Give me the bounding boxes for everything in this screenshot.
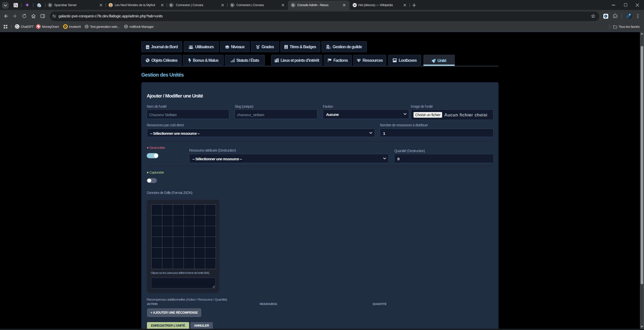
- svg-text:W: W: [353, 4, 356, 7]
